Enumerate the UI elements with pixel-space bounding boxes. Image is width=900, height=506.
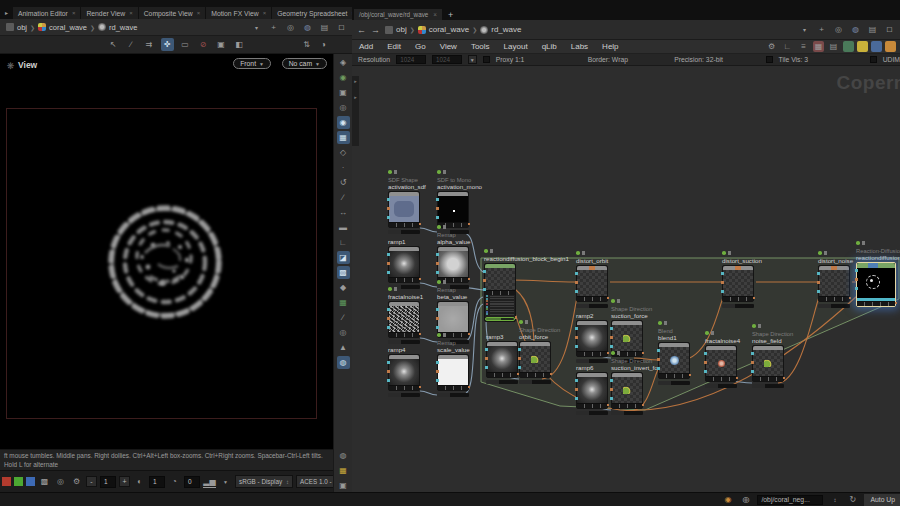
input-pin[interactable]	[610, 327, 613, 330]
pane-tab-render-view[interactable]: Render View×	[81, 7, 137, 19]
brush-icon[interactable]: ▬	[337, 221, 350, 234]
node-flags[interactable]	[658, 321, 667, 325]
input-pin[interactable]	[387, 262, 390, 265]
persp-icon[interactable]: ◑	[317, 38, 330, 51]
node-body[interactable]	[437, 354, 469, 391]
proxy-checkbox[interactable]	[483, 56, 490, 63]
breadcrumb-root[interactable]: obj	[17, 23, 27, 32]
node-body[interactable]	[752, 345, 784, 382]
node-flags[interactable]	[611, 299, 620, 303]
input-pin[interactable]	[436, 262, 439, 265]
input-pin[interactable]	[387, 361, 390, 364]
input-pin[interactable]	[436, 317, 439, 320]
input-pin[interactable]	[657, 358, 660, 361]
picture-icon[interactable]	[871, 41, 882, 52]
select-cursor-icon[interactable]: ↖	[107, 38, 120, 51]
menu-help[interactable]: Help	[595, 42, 625, 51]
output-pin[interactable]	[689, 374, 692, 377]
mask-icon[interactable]: ▩	[337, 266, 350, 279]
close-tab-icon[interactable]: ×	[129, 10, 133, 16]
input-pin[interactable]	[610, 388, 613, 391]
layers-icon[interactable]: ▤	[318, 21, 331, 34]
output-pin[interactable]	[849, 297, 852, 300]
input-pin[interactable]	[436, 271, 439, 274]
snapshot-image-icon[interactable]: ▣	[337, 479, 350, 492]
pane-tab-motion-fx-view[interactable]: Motion FX View×	[206, 7, 271, 19]
node-flags[interactable]	[437, 333, 446, 337]
node-flags[interactable]	[437, 225, 446, 229]
link-icon[interactable]: ◎	[284, 21, 297, 34]
stroke-icon[interactable]: ∕	[337, 191, 350, 204]
breadcrumb-root[interactable]: obj	[396, 25, 407, 34]
output-pin[interactable]	[419, 223, 422, 226]
node-reactiondiffusion_block_begin1[interactable]: reactiondiffusion_block_begin1	[484, 263, 516, 322]
input-pin[interactable]	[575, 379, 578, 382]
input-pin[interactable]	[817, 290, 820, 293]
path-spinner-icon[interactable]: ↕	[828, 493, 841, 506]
input-pin[interactable]	[751, 352, 754, 355]
auto-update-button[interactable]: Auto Up	[864, 494, 900, 506]
camera-pill[interactable]: No cam▼	[282, 58, 327, 69]
input-pin[interactable]	[483, 279, 486, 282]
node-body[interactable]	[856, 262, 896, 307]
tile-grid-icon[interactable]: ▦	[337, 464, 350, 477]
node-scale_value[interactable]: Remapscale_value	[437, 354, 469, 397]
node-body[interactable]	[576, 372, 608, 409]
input-pin[interactable]	[751, 361, 754, 364]
node-body[interactable]	[722, 265, 754, 302]
input-pin[interactable]	[485, 357, 488, 360]
menu-add[interactable]: Add	[352, 42, 380, 51]
path-dropdown-icon[interactable]: ▾	[798, 23, 811, 36]
node-body[interactable]	[388, 191, 420, 228]
input-pin[interactable]	[704, 361, 707, 364]
input-pin[interactable]	[436, 198, 439, 201]
input-pin[interactable]	[387, 207, 390, 210]
blue-channel-swatch[interactable]	[26, 477, 35, 486]
output-pin[interactable]	[550, 373, 553, 376]
menu-go[interactable]: Go	[408, 42, 433, 51]
view-direction-pill[interactable]: Front▼	[233, 58, 271, 69]
input-pin[interactable]	[387, 253, 390, 256]
node-fractalnoise4[interactable]: fractalnoise4	[705, 345, 737, 388]
input-pin[interactable]	[387, 326, 390, 329]
input-pin[interactable]	[721, 290, 724, 293]
exposure-plus-button[interactable]: +	[119, 476, 130, 487]
lock-icon[interactable]: ▣	[337, 86, 350, 99]
node-body[interactable]	[658, 342, 690, 379]
node-flags[interactable]	[856, 241, 865, 245]
image-icon[interactable]	[843, 41, 854, 52]
headlight-icon[interactable]: ◉	[337, 116, 350, 129]
output-pin[interactable]	[515, 316, 518, 319]
node-activation_sdf[interactable]: SDF Shapeactivation_sdf	[388, 191, 420, 234]
target-icon[interactable]: ◎	[337, 326, 350, 339]
output-pin[interactable]	[468, 333, 471, 336]
refresh-icon[interactable]: ↻	[846, 493, 859, 506]
node-distort_noise[interactable]: distort_noise	[818, 265, 850, 308]
node-body[interactable]	[388, 301, 420, 338]
node-flags[interactable]	[752, 324, 761, 328]
input-pin[interactable]	[518, 348, 521, 351]
globe-icon[interactable]: ◍	[301, 21, 314, 34]
node-ramp1[interactable]: ramp1	[388, 246, 420, 289]
node-flags[interactable]	[818, 251, 827, 255]
input-pin[interactable]	[387, 308, 390, 311]
node-beta_value[interactable]: Remapbeta_value	[437, 301, 469, 344]
input-pin[interactable]	[575, 345, 578, 348]
input-pin[interactable]	[575, 336, 578, 339]
grid-view-icon[interactable]: ▦	[813, 41, 824, 52]
output-pin[interactable]	[736, 377, 739, 380]
input-pin[interactable]	[704, 352, 707, 355]
input-pin[interactable]	[817, 281, 820, 284]
node-body[interactable]	[705, 345, 737, 382]
node-body[interactable]	[437, 191, 469, 228]
green-channel-swatch[interactable]	[14, 477, 23, 486]
node-reactiondiffusion_re[interactable]: Reaction-Diffusion Bloreactiondiffusion_…	[856, 262, 896, 307]
input-pin[interactable]	[721, 272, 724, 275]
mountain-icon[interactable]: ▲	[337, 341, 350, 354]
udim-checkbox[interactable]	[870, 56, 877, 63]
node-body[interactable]	[576, 320, 608, 357]
input-pin[interactable]	[751, 370, 754, 373]
point-icon[interactable]: ·	[337, 161, 350, 174]
output-pin[interactable]	[642, 404, 645, 407]
menu-tools[interactable]: Tools	[464, 42, 497, 51]
